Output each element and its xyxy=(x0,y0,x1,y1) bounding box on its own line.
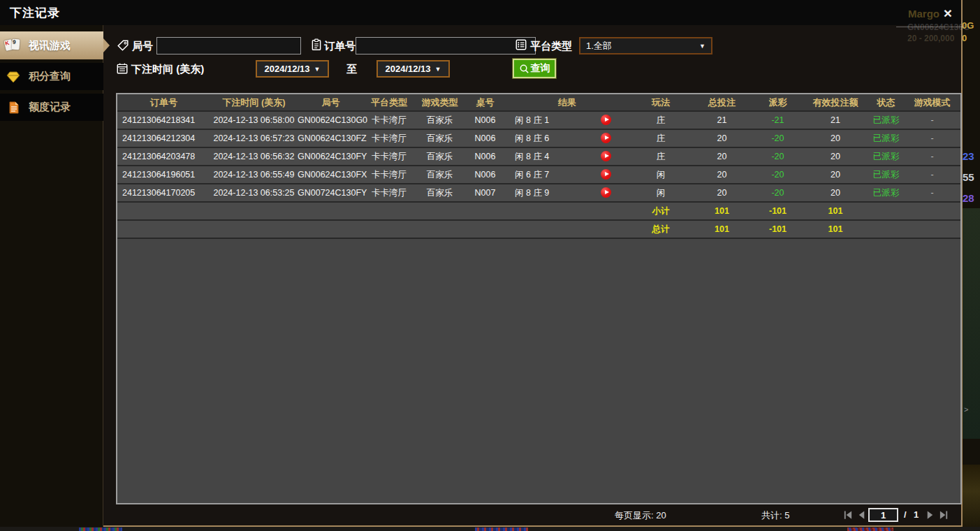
last-page-icon[interactable] xyxy=(939,510,949,520)
total-count-label: 共计: 5 xyxy=(761,509,789,522)
table-row: 2412130641702052024-12-13 06:53:25GN0072… xyxy=(117,184,960,203)
page-number-input[interactable] xyxy=(868,508,898,522)
close-icon[interactable]: × xyxy=(940,6,956,21)
bet-time-label: 下注时间 (美东) xyxy=(131,63,204,76)
cell-payout: -21 xyxy=(752,115,804,125)
cell-valid_bet: 20 xyxy=(804,188,867,198)
cell-bet_time: 2024-12-13 06:57:23 xyxy=(210,133,298,143)
cell-order_id: 241213064170205 xyxy=(117,188,210,198)
page-count: 1 xyxy=(914,509,919,520)
tag-icon xyxy=(117,39,129,54)
pagination-bar: 每页显示: 20 共计: 5 / 1 xyxy=(0,504,963,525)
calendar-icon xyxy=(116,62,129,78)
cell-mode: - xyxy=(905,170,959,180)
platform-list-icon xyxy=(515,38,527,54)
background-ghost-betrange: 20 - 200,000 xyxy=(907,34,954,43)
sidebar-item-points-query[interactable]: 积分查询 xyxy=(0,63,103,90)
platform-type-select[interactable]: 1.全部 ▼ xyxy=(579,37,712,54)
sidebar-item-label: 视讯游戏 xyxy=(29,39,71,52)
cell-valid_bet: 20 xyxy=(804,170,867,180)
background-table-felt xyxy=(961,208,980,439)
sidebar-item-video-games[interactable]: K9 视讯游戏 xyxy=(0,31,103,59)
cell-bet_time: 2024-12-13 06:58:00 xyxy=(210,115,298,125)
subtotal-valid_bet: 101 xyxy=(804,206,867,216)
date-to-picker[interactable]: 2024/12/13 ▼ xyxy=(376,60,450,78)
cell-status: 已派彩 xyxy=(867,151,905,163)
replay-video-icon[interactable] xyxy=(601,151,611,161)
sidebar-item-quota-record[interactable]: 额度记录 xyxy=(0,94,103,121)
cell-status: 已派彩 xyxy=(867,115,905,126)
cell-bet_time: 2024-12-13 06:55:49 xyxy=(210,170,298,180)
cell-total_bet: 20 xyxy=(692,170,752,180)
cell-result: 闲 8 庄 1 xyxy=(505,115,629,126)
cell-valid_bet: 20 xyxy=(804,152,867,161)
result-text: 闲 8 庄 6 xyxy=(515,133,549,143)
clipboard-icon xyxy=(310,38,323,54)
replay-video-icon[interactable] xyxy=(601,187,611,198)
result-text: 闲 8 庄 4 xyxy=(515,152,549,161)
replay-video-icon[interactable] xyxy=(601,133,611,143)
cell-game_type: 百家乐 xyxy=(414,169,465,181)
chevron-down-icon: ▼ xyxy=(699,43,705,50)
column-header: 有效投注额 xyxy=(804,96,867,109)
cell-round_no: GN00724C130FY xyxy=(298,188,364,198)
cell-payout: -20 xyxy=(752,170,804,180)
first-page-icon[interactable] xyxy=(842,510,853,520)
cell-order_id: 241213064203478 xyxy=(117,152,210,161)
column-header: 订单号 xyxy=(117,96,210,109)
next-page-icon[interactable] xyxy=(925,510,935,520)
background-text-fragment: 0G xyxy=(962,20,974,31)
cell-game_type: 百家乐 xyxy=(414,133,465,145)
chevron-down-icon: ▼ xyxy=(435,66,441,73)
column-header: 平台类型 xyxy=(364,96,414,109)
date-to-value: 2024/12/13 xyxy=(386,64,431,74)
cell-payout: -20 xyxy=(752,152,804,161)
platform-type-value: 1.全部 xyxy=(586,40,612,52)
result-text: 闲 6 庄 7 xyxy=(515,170,549,180)
cell-platform: 卡卡湾厅 xyxy=(364,151,414,163)
column-header: 派彩 xyxy=(752,96,804,109)
replay-video-icon[interactable] xyxy=(601,169,611,180)
cell-game_type: 百家乐 xyxy=(414,115,465,126)
cell-round_no: GN00624C130FY xyxy=(298,152,364,161)
cell-platform: 卡卡湾厅 xyxy=(364,169,414,181)
cell-platform: 卡卡湾厅 xyxy=(364,115,414,126)
date-to-label: 至 xyxy=(346,63,357,76)
order-no-input[interactable] xyxy=(356,37,536,54)
background-ghost-divider xyxy=(896,27,963,27)
table-row: 2412130642034782024-12-13 06:56:32GN0062… xyxy=(117,148,960,166)
table-row: 2412130641960512024-12-13 06:55:49GN0062… xyxy=(117,166,960,184)
date-from-picker[interactable]: 2024/12/13 ▼ xyxy=(256,60,329,78)
cell-bet_time: 2024-12-13 06:53:25 xyxy=(210,188,298,198)
prev-page-icon[interactable] xyxy=(856,510,867,520)
cell-mode: - xyxy=(905,188,959,198)
result-text: 闲 8 庄 9 xyxy=(515,188,549,198)
cell-mode: - xyxy=(905,133,959,143)
total-payout: -101 xyxy=(752,224,804,234)
search-button[interactable]: 查询 xyxy=(513,59,556,78)
search-button-label: 查询 xyxy=(531,62,550,75)
sidebar-item-label: 积分查询 xyxy=(29,70,71,83)
cell-valid_bet: 21 xyxy=(804,115,867,125)
table-header-row: 订单号下注时间 (美东)局号平台类型游戏类型桌号结果玩法总投注派彩有效投注额状态… xyxy=(117,94,960,112)
betting-record-modal: 下注记录 × Margo GN00624C130G 20 - 200,000 K… xyxy=(0,0,963,527)
result-text: 闲 8 庄 1 xyxy=(515,115,549,125)
cell-table_no: N006 xyxy=(465,152,505,161)
subtotal-total_bet: 101 xyxy=(692,206,752,216)
cell-platform: 卡卡湾厅 xyxy=(364,187,414,199)
cell-play: 闲 xyxy=(629,187,692,199)
column-header: 状态 xyxy=(867,96,905,109)
replay-video-icon[interactable] xyxy=(601,115,611,125)
subtotal-row: 小计101-101101 xyxy=(117,203,960,221)
round-no-input[interactable] xyxy=(156,37,301,54)
sidebar-item-label: 额度记录 xyxy=(29,101,71,114)
cell-round_no: GN00624C130FX xyxy=(298,170,364,180)
column-header: 局号 xyxy=(298,96,364,109)
column-header: 玩法 xyxy=(629,96,692,109)
cell-table_no: N006 xyxy=(465,170,505,180)
cell-valid_bet: 20 xyxy=(804,133,867,143)
cell-total_bet: 21 xyxy=(692,115,752,125)
cell-result: 闲 8 庄 9 xyxy=(505,187,629,199)
background-number: 55 xyxy=(963,171,974,183)
cell-play: 庄 xyxy=(629,115,692,126)
